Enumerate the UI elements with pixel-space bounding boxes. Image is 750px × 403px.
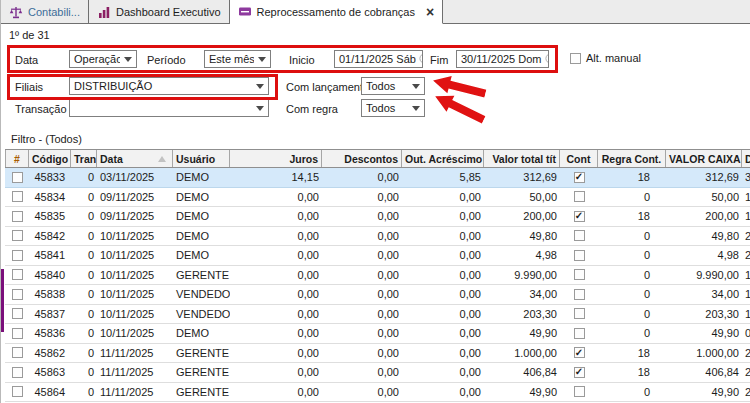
table-row[interactable]: 45862011/11/2025GERENTE0,000,000,001.000… (5, 344, 750, 364)
cont-checkbox[interactable] (574, 230, 585, 241)
fim-label: Fim (430, 54, 448, 66)
column-header-valor_total[interactable]: Valor total tít (484, 150, 560, 167)
transacao-label: Transação (15, 103, 67, 115)
table-row[interactable]: 45864011/11/2025GERENTE0,000,000,0049,90… (5, 383, 750, 403)
cont-checkbox[interactable]: ✓ (574, 172, 585, 183)
filiais-select[interactable]: DISTRIBUIÇÃO (69, 77, 269, 95)
cell-juros: 0,00 (230, 227, 322, 246)
table-row[interactable]: 45837010/11/2025VENDEDOR0,000,000,00203,… (5, 305, 750, 325)
cell-data: 10/11/2025 (97, 305, 173, 324)
table-row[interactable]: 45834009/11/2025DEMO0,000,000,0050,00050… (5, 188, 750, 208)
clock-icon[interactable] (545, 53, 549, 66)
cell-regra_cont: 0 (598, 188, 666, 207)
table-row[interactable]: 45841010/11/2025DEMO0,000,000,004,9804,9… (5, 246, 750, 266)
data-select[interactable]: Operação (69, 50, 137, 68)
cell-codigo: 45841 (29, 246, 71, 265)
cont-checkbox[interactable]: ✓ (574, 347, 585, 358)
com-lancamento-select[interactable]: Todos (361, 77, 425, 95)
cont-checkbox[interactable] (574, 269, 585, 280)
column-header-codigo[interactable]: Código (29, 150, 71, 167)
cell-juros: 0,00 (230, 285, 322, 304)
cont-checkbox[interactable] (574, 308, 585, 319)
table-row[interactable]: 45842010/11/2025DEMO0,000,000,0049,80049… (5, 227, 750, 247)
cont-checkbox[interactable]: ✓ (574, 367, 585, 378)
inicio-date-input[interactable]: 01/11/2025 Sáb (334, 50, 423, 68)
row-select-checkbox[interactable] (12, 386, 23, 397)
row-select-checkbox[interactable] (12, 347, 23, 358)
tab-contabilidade[interactable]: Contabili... (1, 0, 89, 24)
row-select-checkbox[interactable] (12, 289, 23, 300)
chevron-down-icon (258, 57, 266, 62)
cell-descontos: 0,00 (322, 344, 402, 363)
cont-checkbox[interactable] (574, 328, 585, 339)
row-select-checkbox[interactable] (12, 308, 23, 319)
column-header-descontos[interactable]: Descontos (322, 150, 402, 167)
com-regra-select-value: Todos (366, 102, 408, 114)
row-select-checkbox[interactable] (12, 172, 23, 183)
table-row[interactable]: 45863011/11/2025GERENTE0,000,000,00406,8… (5, 363, 750, 383)
table-row[interactable]: 45835009/11/2025DEMO0,000,000,00200,00✓1… (5, 207, 750, 227)
row-select-checkbox[interactable] (12, 367, 23, 378)
periodo-select[interactable]: Este mês (204, 50, 271, 68)
column-header-trans[interactable]: Trans (71, 150, 97, 167)
row-select-checkbox[interactable] (12, 211, 23, 222)
cell-valor_total: 312,69 (484, 168, 560, 187)
row-select-checkbox[interactable] (12, 269, 23, 280)
cont-checkbox[interactable] (574, 386, 585, 397)
column-header-cut[interactable]: D (742, 150, 750, 167)
cell-valor_total: 34,00 (484, 285, 560, 304)
row-select-checkbox[interactable] (12, 328, 23, 339)
alt-manual-checkbox[interactable] (570, 53, 581, 64)
cell-cut: 1 (742, 188, 750, 207)
cont-checkbox[interactable] (574, 250, 585, 261)
fim-date-input[interactable]: 30/11/2025 Dom (456, 50, 549, 68)
com-regra-select[interactable]: Todos (361, 99, 425, 117)
cell-valor_caixa: 203,30 (666, 305, 742, 324)
cell-codigo: 45863 (29, 363, 71, 382)
column-header-usuario[interactable]: Usuário (173, 150, 230, 167)
record-pager: 1º de 31 (9, 29, 50, 41)
column-header-regra_cont[interactable]: Regra Cont. (598, 150, 666, 167)
cell-valor_total: 200,00 (484, 207, 560, 226)
cell-data: 09/11/2025 (97, 188, 173, 207)
alt-manual-label: Alt. manual (586, 52, 641, 64)
row-select-checkbox[interactable] (12, 230, 23, 241)
tab-reprocessamento-de-cobrancas[interactable]: Reprocessamento de cobranças × (230, 0, 444, 24)
row-select-checkbox[interactable] (12, 191, 23, 202)
cell-cut: 2 (742, 227, 750, 246)
cell-out_acrescimo: 0,00 (402, 305, 484, 324)
cell-valor_total: 49,90 (484, 383, 560, 402)
cell-regra_cont: 0 (598, 285, 666, 304)
cell-regra_cont: 18 (598, 207, 666, 226)
column-header-cont[interactable]: Cont (560, 150, 598, 167)
column-header-valor_caixa[interactable]: VALOR CAIXA (666, 150, 742, 167)
cell-trans: 0 (71, 383, 97, 402)
column-header-data[interactable]: Data (97, 150, 173, 167)
column-header-juros[interactable]: Juros (230, 150, 322, 167)
row-select-checkbox[interactable] (12, 250, 23, 261)
cell-cont: ✓ (560, 363, 598, 382)
cell-usuario: DEMO (173, 227, 230, 246)
table-row[interactable]: 45840010/11/2025GERENTE0,000,000,009.990… (5, 266, 750, 286)
cell-valor_total: 50,00 (484, 188, 560, 207)
chevron-down-icon (124, 57, 132, 62)
tab-dashboard-executivo[interactable]: Dashboard Executivo (89, 0, 230, 24)
data-select-value: Operação (74, 53, 120, 65)
column-header-sel[interactable]: # (5, 150, 29, 167)
clock-icon[interactable] (419, 53, 423, 66)
cont-checkbox[interactable]: ✓ (574, 211, 585, 222)
cell-cont (560, 305, 598, 324)
cell-out_acrescimo: 5,85 (402, 168, 484, 187)
cell-data: 10/11/2025 (97, 285, 173, 304)
table-row[interactable]: 45836010/11/2025DEMO0,000,000,0049,90049… (5, 324, 750, 344)
table-row[interactable]: 45833003/11/2025DEMO14,150,005,85312,69✓… (5, 168, 750, 188)
cell-cont (560, 266, 598, 285)
cont-checkbox[interactable] (574, 191, 585, 202)
close-tab-icon[interactable]: × (426, 5, 434, 19)
cell-descontos: 0,00 (322, 168, 402, 187)
cell-sel (5, 363, 29, 382)
transacao-select[interactable] (69, 99, 269, 117)
column-header-out_acrescimo[interactable]: Out. Acréscimo (402, 150, 484, 167)
cont-checkbox[interactable] (574, 289, 585, 300)
table-row[interactable]: 45838010/11/2025VENDEDOR0,000,000,0034,0… (5, 285, 750, 305)
